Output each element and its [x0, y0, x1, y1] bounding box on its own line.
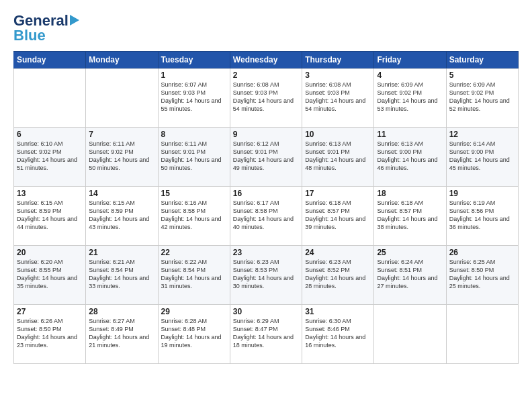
day-number: 24: [305, 248, 371, 257]
day-info: Sunrise: 6:09 AM Sunset: 9:02 PM Dayligh…: [449, 81, 515, 113]
day-info: Sunrise: 6:22 AM Sunset: 8:54 PM Dayligh…: [161, 258, 227, 291]
day-number: 18: [377, 189, 443, 198]
day-info: Sunrise: 6:11 AM Sunset: 9:02 PM Dayligh…: [89, 140, 154, 173]
calendar-cell: [446, 305, 518, 364]
day-info: Sunrise: 6:23 AM Sunset: 8:53 PM Dayligh…: [233, 258, 299, 291]
day-number: 5: [449, 71, 515, 80]
weekday-header-tuesday: Tuesday: [158, 52, 230, 68]
calendar-cell: 5Sunrise: 6:09 AM Sunset: 9:02 PM Daylig…: [446, 68, 518, 128]
weekday-header-monday: Monday: [86, 52, 158, 68]
calendar-cell: 11Sunrise: 6:13 AM Sunset: 9:00 PM Dayli…: [374, 128, 446, 187]
day-number: 27: [17, 307, 83, 316]
week-row-5: 27Sunrise: 6:26 AM Sunset: 8:50 PM Dayli…: [14, 305, 519, 364]
day-info: Sunrise: 6:24 AM Sunset: 8:51 PM Dayligh…: [377, 258, 443, 291]
calendar-cell: 4Sunrise: 6:09 AM Sunset: 9:02 PM Daylig…: [374, 68, 446, 128]
day-info: Sunrise: 6:14 AM Sunset: 9:00 PM Dayligh…: [449, 140, 515, 173]
calendar-cell: 31Sunrise: 6:30 AM Sunset: 8:46 PM Dayli…: [302, 305, 374, 364]
day-number: 25: [377, 248, 443, 257]
day-number: 14: [89, 189, 154, 198]
page: General Blue SundayMondayTuesdayWednesda…: [0, 0, 532, 411]
calendar-cell: 12Sunrise: 6:14 AM Sunset: 9:00 PM Dayli…: [446, 128, 518, 187]
day-number: 10: [305, 130, 371, 139]
calendar-cell: 21Sunrise: 6:21 AM Sunset: 8:54 PM Dayli…: [86, 246, 158, 305]
calendar-cell: 10Sunrise: 6:13 AM Sunset: 9:01 PM Dayli…: [302, 128, 374, 187]
day-info: Sunrise: 6:20 AM Sunset: 8:55 PM Dayligh…: [17, 258, 83, 291]
day-number: 29: [161, 307, 227, 316]
week-row-3: 13Sunrise: 6:15 AM Sunset: 8:59 PM Dayli…: [14, 187, 519, 246]
day-number: 28: [89, 307, 154, 316]
calendar-cell: 16Sunrise: 6:17 AM Sunset: 8:58 PM Dayli…: [230, 187, 302, 246]
day-info: Sunrise: 6:27 AM Sunset: 8:49 PM Dayligh…: [89, 317, 154, 350]
day-info: Sunrise: 6:23 AM Sunset: 8:52 PM Dayligh…: [305, 258, 371, 291]
day-info: Sunrise: 6:13 AM Sunset: 9:01 PM Dayligh…: [305, 140, 371, 173]
day-number: 8: [161, 130, 227, 139]
calendar-cell: 27Sunrise: 6:26 AM Sunset: 8:50 PM Dayli…: [14, 305, 86, 364]
weekday-header-thursday: Thursday: [302, 52, 374, 68]
day-info: Sunrise: 6:12 AM Sunset: 9:01 PM Dayligh…: [233, 140, 299, 173]
calendar-cell: 26Sunrise: 6:25 AM Sunset: 8:50 PM Dayli…: [446, 246, 518, 305]
calendar-cell: 8Sunrise: 6:11 AM Sunset: 9:01 PM Daylig…: [158, 128, 230, 187]
calendar-cell: 7Sunrise: 6:11 AM Sunset: 9:02 PM Daylig…: [86, 128, 158, 187]
day-number: 31: [305, 307, 371, 316]
day-number: 13: [17, 189, 83, 198]
calendar-cell: [14, 68, 86, 128]
day-number: 17: [305, 189, 371, 198]
calendar-table: SundayMondayTuesdayWednesdayThursdayFrid…: [13, 51, 519, 364]
day-info: Sunrise: 6:25 AM Sunset: 8:50 PM Dayligh…: [449, 258, 515, 291]
day-number: 7: [89, 130, 154, 139]
calendar-cell: 6Sunrise: 6:10 AM Sunset: 9:02 PM Daylig…: [14, 128, 86, 187]
day-number: 30: [233, 307, 299, 316]
calendar-cell: 18Sunrise: 6:18 AM Sunset: 8:57 PM Dayli…: [374, 187, 446, 246]
weekday-header-row: SundayMondayTuesdayWednesdayThursdayFrid…: [14, 52, 519, 68]
logo: General Blue: [13, 12, 79, 44]
calendar-cell: 3Sunrise: 6:08 AM Sunset: 9:03 PM Daylig…: [302, 68, 374, 128]
calendar-cell: [374, 305, 446, 364]
calendar-cell: 13Sunrise: 6:15 AM Sunset: 8:59 PM Dayli…: [14, 187, 86, 246]
day-info: Sunrise: 6:08 AM Sunset: 9:03 PM Dayligh…: [233, 81, 299, 113]
day-number: 2: [233, 71, 299, 80]
day-info: Sunrise: 6:10 AM Sunset: 9:02 PM Dayligh…: [17, 140, 83, 173]
week-row-4: 20Sunrise: 6:20 AM Sunset: 8:55 PM Dayli…: [14, 246, 519, 305]
calendar-cell: 2Sunrise: 6:08 AM Sunset: 9:03 PM Daylig…: [230, 68, 302, 128]
day-info: Sunrise: 6:11 AM Sunset: 9:01 PM Dayligh…: [161, 140, 227, 173]
day-info: Sunrise: 6:28 AM Sunset: 8:48 PM Dayligh…: [161, 317, 227, 350]
logo-arrow-icon: [70, 15, 79, 26]
day-info: Sunrise: 6:16 AM Sunset: 8:58 PM Dayligh…: [161, 199, 227, 232]
day-info: Sunrise: 6:15 AM Sunset: 8:59 PM Dayligh…: [89, 199, 154, 232]
calendar-cell: 20Sunrise: 6:20 AM Sunset: 8:55 PM Dayli…: [14, 246, 86, 305]
day-info: Sunrise: 6:17 AM Sunset: 8:58 PM Dayligh…: [233, 199, 299, 232]
day-info: Sunrise: 6:29 AM Sunset: 8:47 PM Dayligh…: [233, 317, 299, 350]
day-info: Sunrise: 6:08 AM Sunset: 9:03 PM Dayligh…: [305, 81, 371, 113]
calendar-cell: 1Sunrise: 6:07 AM Sunset: 9:03 PM Daylig…: [158, 68, 230, 128]
day-number: 9: [233, 130, 299, 139]
day-number: 16: [233, 189, 299, 198]
calendar-cell: 23Sunrise: 6:23 AM Sunset: 8:53 PM Dayli…: [230, 246, 302, 305]
calendar-cell: 15Sunrise: 6:16 AM Sunset: 8:58 PM Dayli…: [158, 187, 230, 246]
day-info: Sunrise: 6:07 AM Sunset: 9:03 PM Dayligh…: [161, 81, 227, 113]
day-info: Sunrise: 6:15 AM Sunset: 8:59 PM Dayligh…: [17, 199, 83, 232]
calendar-cell: 29Sunrise: 6:28 AM Sunset: 8:48 PM Dayli…: [158, 305, 230, 364]
day-number: 11: [377, 130, 443, 139]
calendar-cell: 14Sunrise: 6:15 AM Sunset: 8:59 PM Dayli…: [86, 187, 158, 246]
day-number: 4: [377, 71, 443, 80]
day-info: Sunrise: 6:21 AM Sunset: 8:54 PM Dayligh…: [89, 258, 154, 291]
day-info: Sunrise: 6:18 AM Sunset: 8:57 PM Dayligh…: [305, 199, 371, 232]
day-number: 26: [449, 248, 515, 257]
calendar-cell: 17Sunrise: 6:18 AM Sunset: 8:57 PM Dayli…: [302, 187, 374, 246]
day-number: 21: [89, 248, 154, 257]
calendar-cell: 19Sunrise: 6:19 AM Sunset: 8:56 PM Dayli…: [446, 187, 518, 246]
weekday-header-wednesday: Wednesday: [230, 52, 302, 68]
calendar-cell: 28Sunrise: 6:27 AM Sunset: 8:49 PM Dayli…: [86, 305, 158, 364]
week-row-2: 6Sunrise: 6:10 AM Sunset: 9:02 PM Daylig…: [14, 128, 519, 187]
weekday-header-saturday: Saturday: [446, 52, 518, 68]
day-number: 15: [161, 189, 227, 198]
day-number: 22: [161, 248, 227, 257]
calendar-cell: 9Sunrise: 6:12 AM Sunset: 9:01 PM Daylig…: [230, 128, 302, 187]
weekday-header-sunday: Sunday: [14, 52, 86, 68]
week-row-1: 1Sunrise: 6:07 AM Sunset: 9:03 PM Daylig…: [14, 68, 519, 128]
day-number: 23: [233, 248, 299, 257]
weekday-header-friday: Friday: [374, 52, 446, 68]
day-info: Sunrise: 6:13 AM Sunset: 9:00 PM Dayligh…: [377, 140, 443, 173]
day-number: 6: [17, 130, 83, 139]
calendar-cell: 24Sunrise: 6:23 AM Sunset: 8:52 PM Dayli…: [302, 246, 374, 305]
